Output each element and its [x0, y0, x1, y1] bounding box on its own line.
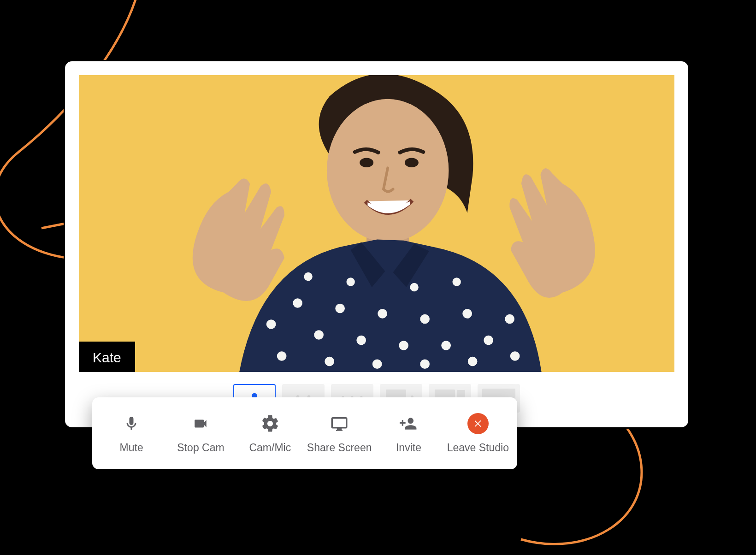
- cam-mic-settings-button[interactable]: Cam/Mic: [236, 397, 305, 469]
- svg-point-11: [399, 341, 408, 350]
- svg-point-5: [266, 319, 276, 329]
- participant-video: [79, 75, 674, 372]
- svg-point-23: [304, 272, 312, 281]
- mute-label: Mute: [120, 442, 143, 454]
- svg-point-8: [335, 304, 345, 313]
- invite-label: Invite: [396, 442, 421, 454]
- control-toolbar: Mute Stop Cam Cam/Mic Share Screen Invit…: [92, 397, 517, 469]
- svg-point-12: [420, 314, 430, 324]
- svg-point-9: [356, 336, 366, 345]
- svg-point-21: [468, 357, 478, 366]
- stop-cam-button[interactable]: Stop Cam: [166, 397, 235, 469]
- video-camera-icon: [190, 413, 211, 434]
- participant-name-tag: Kate: [79, 342, 135, 372]
- participant-name: Kate: [93, 350, 121, 365]
- microphone-icon: [121, 413, 142, 434]
- monitor-icon: [329, 413, 350, 434]
- svg-point-25: [346, 278, 354, 286]
- svg-point-19: [372, 359, 382, 369]
- invite-button[interactable]: Invite: [374, 397, 443, 469]
- leave-studio-label: Leave Studio: [447, 442, 509, 454]
- svg-point-18: [325, 357, 334, 366]
- mute-button[interactable]: Mute: [97, 397, 166, 469]
- svg-point-13: [441, 341, 451, 350]
- svg-point-14: [462, 309, 472, 319]
- share-screen-button[interactable]: Share Screen: [305, 397, 374, 469]
- svg-point-26: [410, 283, 418, 291]
- svg-point-10: [378, 309, 387, 319]
- add-user-icon: [398, 413, 419, 434]
- leave-studio-button[interactable]: Leave Studio: [443, 397, 513, 469]
- stop-cam-label: Stop Cam: [177, 442, 224, 454]
- svg-point-24: [452, 278, 461, 286]
- close-icon: [467, 413, 489, 434]
- svg-point-6: [293, 298, 302, 308]
- svg-point-20: [420, 359, 430, 369]
- svg-point-16: [505, 314, 514, 324]
- svg-point-17: [277, 351, 287, 361]
- svg-point-15: [484, 336, 493, 345]
- svg-point-7: [314, 330, 324, 340]
- svg-point-4: [405, 158, 419, 167]
- gear-icon: [260, 413, 281, 434]
- svg-point-22: [510, 351, 520, 361]
- video-stage: Kate: [79, 75, 674, 372]
- cam-mic-label: Cam/Mic: [249, 442, 291, 454]
- share-screen-label: Share Screen: [307, 442, 372, 454]
- svg-point-3: [360, 158, 373, 167]
- studio-window: Kate: [64, 60, 690, 429]
